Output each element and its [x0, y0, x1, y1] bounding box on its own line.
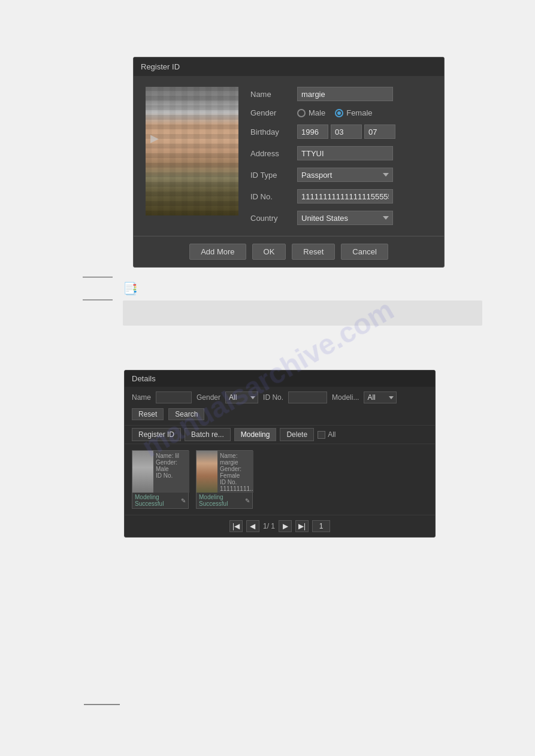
details-title: Details [132, 374, 156, 383]
country-select[interactable]: United States China UK Germany [297, 211, 393, 225]
divider-line-2 [83, 299, 113, 300]
gender-radio-group: Male Female [297, 108, 373, 117]
register-id-action-button[interactable]: Register ID [132, 428, 181, 441]
person1-status: Modeling Successful ✎ [132, 493, 188, 508]
country-label: Country [250, 214, 292, 223]
reset-search-button[interactable]: Reset [132, 408, 164, 420]
id-type-select[interactable]: Passport Driver License ID Card [297, 168, 393, 182]
form-area: Name Gender Male Female [250, 87, 432, 225]
select-all-checkbox[interactable]: All [318, 430, 335, 439]
details-search-bar: Name Gender All Male Female ID No. Model… [125, 387, 435, 425]
search-modeli-label: Modeli... [332, 393, 359, 402]
search-gender-select[interactable]: All Male Female [225, 391, 258, 403]
cancel-button[interactable]: Cancel [341, 244, 388, 260]
person1-gender: Gender: Male [156, 459, 187, 472]
person-photo-2: Name: margie Gender: Female ID No. 11111… [197, 451, 253, 493]
address-label: Address [250, 149, 292, 158]
gender-female-option[interactable]: Female [335, 108, 372, 117]
person2-status: Modeling Successful ✎ [197, 493, 252, 508]
name-label: Name [250, 90, 292, 99]
female-radio-circle[interactable] [335, 109, 343, 117]
photo-area[interactable]: ▶ [146, 87, 238, 215]
person2-name: Name: margie [220, 453, 253, 466]
search-idno-input[interactable] [288, 391, 327, 403]
birthday-row: Birthday [250, 125, 432, 139]
person1-idno: ID No. [156, 472, 187, 479]
details-titlebar: Details [125, 371, 435, 387]
birthday-fields [297, 125, 395, 139]
details-actions: Register ID Batch re... Modeling Delete … [125, 425, 435, 444]
search-name-input[interactable] [156, 391, 192, 403]
all-checkbox-box[interactable] [318, 431, 325, 439]
bottom-divider-line [84, 704, 120, 705]
id-type-row: ID Type Passport Driver License ID Card [250, 168, 432, 182]
pagination: |◀ ◀ 1/ 1 ▶ ▶| [125, 515, 435, 537]
person-card-2[interactable]: Name: margie Gender: Female ID No. 11111… [196, 450, 253, 509]
dialog-titlebar: Register ID [134, 57, 444, 76]
register-id-dialog: Register ID ▶ Name Gende [133, 57, 445, 268]
id-no-input[interactable] [297, 189, 393, 204]
search-name-label: Name [132, 393, 151, 402]
person-photo-1: Name: lil Gender: Male ID No. [132, 451, 189, 493]
gender-male-option[interactable]: Male [297, 108, 325, 117]
person-card-1[interactable]: Name: lil Gender: Male ID No. Modeling S… [132, 450, 189, 509]
person2-edit-icon[interactable]: ✎ [245, 497, 250, 504]
female-label: Female [346, 108, 372, 117]
male-label: Male [309, 108, 325, 117]
modeling-button[interactable]: Modeling [234, 428, 277, 441]
note-text [132, 309, 324, 317]
prev-page-button[interactable]: ◀ [246, 520, 259, 532]
add-more-button[interactable]: Add More [189, 244, 246, 260]
id-type-label: ID Type [250, 171, 292, 180]
gender-label: Gender [250, 108, 292, 117]
person2-gender: Gender: Female [220, 466, 253, 479]
person1-edit-icon[interactable]: ✎ [181, 497, 186, 504]
next-page-button[interactable]: ▶ [279, 520, 292, 532]
note-book-icon: 📑 [123, 281, 482, 296]
id-no-row: ID No. [250, 189, 432, 204]
search-idno-label: ID No. [263, 393, 283, 402]
search-modeli-select[interactable]: All Success Failed [364, 391, 397, 403]
divider-line-1 [83, 277, 113, 278]
photo-placeholder: ▶ [146, 87, 238, 215]
search-button[interactable]: Search [168, 408, 204, 420]
name-row: Name [250, 87, 432, 101]
details-panel: Details Name Gender All Male Female ID N… [124, 370, 436, 538]
dialog-title: Register ID [141, 62, 180, 71]
birthday-year-input[interactable] [297, 125, 328, 139]
batch-re-button[interactable]: Batch re... [185, 428, 231, 441]
country-row: Country United States China UK Germany [250, 211, 432, 225]
ok-button[interactable]: OK [252, 244, 286, 260]
address-row: Address [250, 146, 432, 160]
birthday-label: Birthday [250, 127, 292, 136]
person2-idno: ID No. 111111111... [220, 479, 253, 492]
person-cards-grid: Name: lil Gender: Male ID No. Modeling S… [125, 444, 435, 515]
name-input[interactable] [297, 87, 393, 101]
id-no-label: ID No. [250, 192, 292, 201]
gender-row: Gender Male Female [250, 108, 432, 117]
birthday-month-input[interactable] [331, 125, 362, 139]
person1-name: Name: lil [156, 453, 187, 459]
dialog-footer: Add More OK Reset Cancel [134, 236, 444, 267]
dialog-body: ▶ Name Gender Male [134, 76, 444, 236]
last-page-button[interactable]: ▶| [295, 520, 309, 532]
first-page-button[interactable]: |◀ [229, 520, 243, 532]
reset-button[interactable]: Reset [292, 244, 335, 260]
all-label: All [328, 430, 335, 439]
address-input[interactable] [297, 146, 393, 160]
page-info: 1/ 1 [263, 522, 275, 530]
page-jump-input[interactable] [312, 520, 330, 532]
search-gender-label: Gender [197, 393, 220, 402]
delete-button[interactable]: Delete [280, 428, 314, 441]
note-section: 📑 [123, 281, 482, 326]
male-radio-circle[interactable] [297, 109, 306, 117]
birthday-day-input[interactable] [364, 125, 395, 139]
note-box [123, 300, 482, 326]
